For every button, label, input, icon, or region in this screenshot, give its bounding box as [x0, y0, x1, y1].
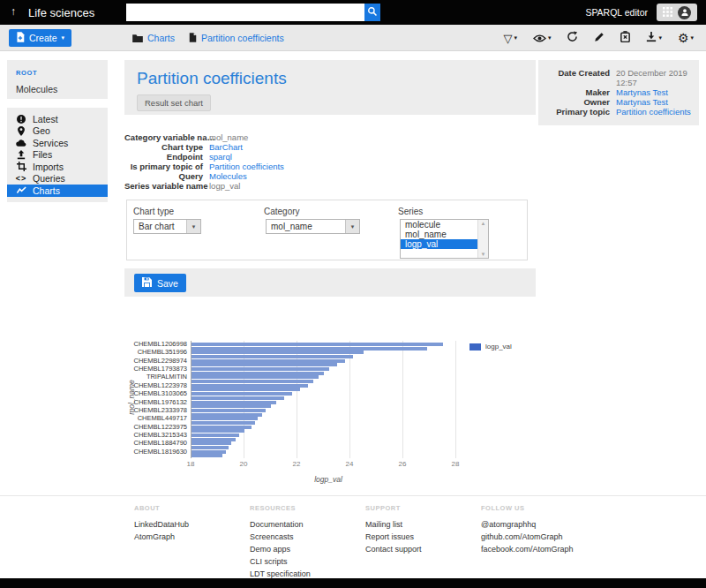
sidebar-item-molecules[interactable]: Molecules [16, 84, 108, 94]
filter-button[interactable]: ▽▾ [503, 32, 517, 45]
y-tick-label: TRIPALMITIN [124, 373, 187, 381]
property-row: Chart typeBarChart [124, 142, 536, 152]
details-label: Date Created [538, 68, 616, 87]
footer-link[interactable]: @atomgraphhq [481, 521, 597, 529]
bar [192, 343, 443, 346]
footer-heading: RESOURCES [250, 504, 365, 512]
listbox-scrollbar[interactable]: ▲▼ [477, 220, 488, 258]
breadcrumb-link[interactable]: Charts [147, 33, 175, 43]
footer-link[interactable]: LDT specification [250, 570, 365, 578]
footer-link[interactable]: AtomGraph [134, 533, 250, 541]
filter-icon: ▽ [503, 32, 512, 45]
apps-grid-button[interactable] [663, 6, 672, 19]
action-toolbar: Create ▾ ChartsPartition coefficients ▽▾… [0, 25, 706, 51]
gridline [402, 341, 403, 458]
property-value[interactable]: BarChart [209, 142, 243, 152]
footer-link[interactable]: Demo apps [250, 546, 365, 554]
edit-button[interactable] [594, 32, 605, 45]
footer-link[interactable]: Mailing list [365, 521, 481, 529]
sidebar-item-files[interactable]: Files [7, 149, 108, 162]
floppy-disk-icon [142, 277, 152, 289]
download-icon [646, 32, 657, 45]
sidebar-item-latest[interactable]: Latest [7, 113, 108, 125]
result-set-chart-badge[interactable]: Result set chart [137, 94, 211, 111]
details-label: Primary topic [538, 107, 616, 117]
sidebar-item-queries[interactable]: <>Queries [7, 173, 108, 185]
footer-link[interactable]: facebook.com/AtomGraph [481, 546, 597, 554]
view-mode-button[interactable]: ▾ [533, 32, 552, 45]
sidebar-item-geo[interactable]: Geo [7, 125, 108, 138]
property-label: Endpoint [124, 152, 209, 162]
footer-link[interactable]: github.com/AtomGraph [481, 533, 597, 541]
delete-button[interactable] [620, 31, 630, 45]
sidebar-item-imports[interactable]: Imports [7, 161, 108, 173]
search-input[interactable] [126, 4, 364, 21]
chart-x-ticks: 182022242628 [191, 460, 466, 469]
export-button[interactable]: ▾ [646, 32, 662, 45]
refresh-button[interactable] [567, 31, 578, 45]
search-form [126, 4, 380, 21]
property-value[interactable]: Molecules [209, 171, 247, 181]
settings-button[interactable]: ⚙▾ [678, 32, 694, 45]
series-options: moleculemol_namelogp_val [401, 220, 488, 249]
details-value[interactable]: Partition coefficients [616, 107, 694, 117]
bottom-bar [0, 578, 706, 588]
exclamation-circle-icon [16, 115, 26, 124]
bar [192, 363, 337, 366]
save-strip: Save [124, 268, 536, 297]
category-label: Category [264, 207, 300, 216]
footer-link[interactable]: Report issues [365, 533, 481, 541]
page-footer: ABOUTLinkedDataHubAtomGraphRESOURCESDocu… [0, 495, 706, 578]
footer-link[interactable]: Contact support [365, 546, 481, 554]
trash-icon [620, 31, 630, 45]
series-listbox[interactable]: moleculemol_namelogp_val ▲▼ [400, 219, 489, 259]
series-option-molecule[interactable]: molecule [401, 220, 477, 230]
map-marker-icon [16, 126, 26, 136]
footer-column: FOLLOW US@atomgraphhqgithub.com/AtomGrap… [481, 504, 597, 583]
y-tick-label: CHEMBL1976132 [124, 399, 187, 406]
bar [192, 450, 226, 454]
property-row: Endpointsparql [124, 152, 536, 162]
x-tick-label: 22 [293, 460, 301, 468]
save-button[interactable]: Save [134, 274, 186, 292]
details-row: Date Created20 December 2019 12:57 [538, 68, 694, 87]
property-value[interactable]: Partition coefficients [209, 162, 284, 171]
bar [192, 404, 271, 408]
create-button[interactable]: Create ▾ [9, 29, 71, 47]
x-tick-label: 18 [187, 460, 195, 468]
refresh-icon [567, 31, 578, 45]
user-menu-button[interactable] [678, 6, 691, 19]
property-row: Series variable namelogp_val [124, 181, 536, 191]
search-button[interactable] [364, 4, 380, 21]
property-value[interactable]: sparql [209, 152, 232, 162]
sparql-editor-link[interactable]: SPARQL editor [585, 7, 648, 18]
sidebar-item-charts[interactable]: Charts [7, 185, 108, 197]
property-row: QueryMolecules [124, 171, 536, 181]
footer-link[interactable]: LinkedDataHub [134, 521, 250, 529]
details-row: MakerMartynas Test [538, 87, 694, 97]
x-tick-label: 28 [452, 460, 460, 468]
bar [192, 446, 229, 449]
property-label: Is primary topic of [124, 162, 209, 171]
bar [192, 380, 313, 383]
series-option-mol_name[interactable]: mol_name [401, 230, 477, 239]
sidebar-item-services[interactable]: Services [7, 137, 108, 149]
footer-link[interactable]: CLI scripts [250, 558, 365, 566]
series-option-logp_val[interactable]: logp_val [401, 239, 477, 249]
bar [192, 392, 292, 396]
y-tick-label: CHEMBL1793873 [124, 366, 187, 373]
bar [192, 438, 236, 441]
details-value[interactable]: Martynas Test [616, 97, 694, 107]
chart-type-select[interactable]: Bar chart▼ [133, 219, 201, 234]
caret-down-icon: ▾ [548, 34, 552, 41]
bar [192, 375, 319, 379]
parent-up-icon[interactable]: ↑ [11, 5, 16, 18]
breadcrumb-link[interactable]: Partition coefficients [201, 33, 284, 43]
category-select[interactable]: mol_name▼ [266, 219, 360, 234]
footer-link[interactable]: Documentation [250, 521, 365, 529]
bar [192, 359, 345, 363]
breadcrumb: ChartsPartition coefficients [132, 25, 284, 51]
person-icon [680, 6, 689, 19]
footer-link[interactable]: Screencasts [250, 533, 365, 541]
details-value[interactable]: Martynas Test [616, 87, 694, 97]
